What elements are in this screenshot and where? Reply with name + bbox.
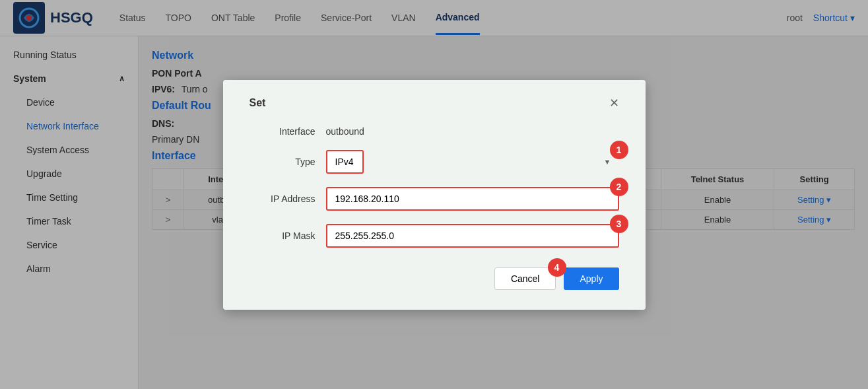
cancel-button[interactable]: Cancel (494, 267, 556, 290)
type-select[interactable]: IPv4 IPv6 (326, 150, 364, 174)
apply-button[interactable]: Apply (564, 267, 618, 290)
step-badge-2: 2 (610, 178, 628, 196)
modal-ip-row: 2 IP Address (250, 187, 619, 211)
modal-overlay: ForciSP Set ✕ Interface outbound 1 Type … (0, 0, 868, 389)
ip-address-label: IP Address (250, 194, 316, 204)
modal-interface-row: Interface outbound (250, 126, 619, 137)
modal-type-row: 1 Type IPv4 IPv6 (250, 150, 619, 174)
modal-mask-row: 3 IP Mask (250, 224, 619, 248)
modal-title: Set (250, 97, 266, 109)
interface-label: Interface (250, 126, 316, 137)
step-badge-4: 4 (548, 258, 566, 277)
modal-close-button[interactable]: ✕ (609, 96, 619, 110)
ip-mask-label: IP Mask (250, 230, 316, 241)
step-badge-3: 3 (610, 215, 628, 233)
ip-mask-input[interactable] (326, 224, 619, 248)
ip-address-input[interactable] (326, 187, 619, 211)
interface-value: outbound (326, 126, 364, 137)
type-label: Type (250, 157, 316, 167)
type-select-wrapper: IPv4 IPv6 (326, 150, 619, 174)
set-modal: ForciSP Set ✕ Interface outbound 1 Type … (223, 80, 646, 310)
modal-footer: 4 Cancel Apply (250, 267, 619, 290)
modal-header: Set ✕ (250, 96, 619, 110)
